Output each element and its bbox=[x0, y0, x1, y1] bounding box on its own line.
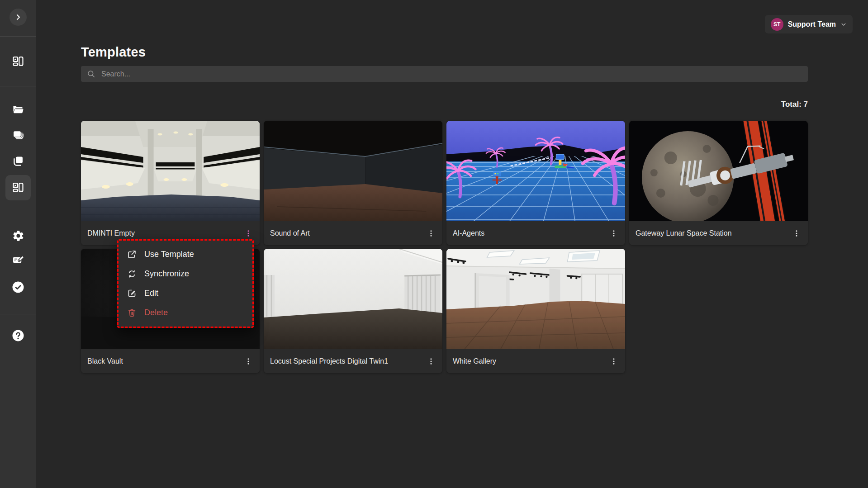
menu-item-synchronize[interactable]: Synchronize bbox=[119, 264, 252, 284]
template-card[interactable]: Gateway Lunar Space Station bbox=[629, 121, 808, 245]
sidebar-expand-button[interactable] bbox=[9, 9, 27, 26]
card-footer: White Gallery bbox=[446, 349, 625, 373]
template-card[interactable]: Locust Special Projects Digital Twin1 bbox=[264, 249, 442, 373]
card-title: AI-Agents bbox=[453, 229, 484, 237]
sidebar-item-settings[interactable] bbox=[5, 223, 31, 248]
search-icon bbox=[87, 70, 95, 78]
kebab-menu-icon[interactable] bbox=[241, 354, 256, 369]
total-count: Total: 7 bbox=[81, 100, 808, 109]
kebab-menu-icon[interactable] bbox=[606, 226, 621, 241]
template-thumbnail bbox=[81, 121, 260, 221]
gallery-phone-icon bbox=[12, 181, 24, 194]
kebab-menu-icon[interactable] bbox=[606, 354, 621, 369]
chevron-down-icon bbox=[840, 21, 847, 28]
copy-icon bbox=[12, 155, 24, 167]
card-title: Black Vault bbox=[87, 357, 123, 365]
template-card[interactable]: White Gallery bbox=[446, 249, 625, 373]
sidebar-divider bbox=[0, 86, 36, 86]
template-thumbnail bbox=[446, 249, 625, 349]
sidebar-item-templates-top[interactable] bbox=[5, 49, 31, 74]
trash-icon bbox=[127, 308, 137, 317]
sidebar-item-help[interactable] bbox=[5, 323, 31, 348]
avatar: ST bbox=[771, 18, 783, 31]
sidebar-item-layers[interactable] bbox=[5, 123, 31, 148]
sidebar-item-approvals[interactable] bbox=[5, 275, 31, 300]
search-bar bbox=[81, 66, 808, 82]
menu-item-label: Delete bbox=[144, 308, 168, 317]
sidebar-item-messages[interactable] bbox=[5, 247, 31, 273]
template-thumbnail bbox=[264, 249, 442, 349]
check-circle-icon bbox=[11, 280, 25, 294]
gallery-phone-icon bbox=[12, 55, 24, 68]
sidebar-item-copy[interactable] bbox=[5, 148, 31, 174]
sidebar bbox=[0, 0, 36, 488]
sync-icon bbox=[127, 269, 137, 279]
page-title: Templates bbox=[81, 45, 146, 60]
card-title: White Gallery bbox=[453, 357, 496, 365]
menu-item-label: Synchronize bbox=[144, 269, 189, 279]
template-card[interactable]: AI-Agents bbox=[446, 121, 625, 245]
sidebar-item-templates-active[interactable] bbox=[5, 175, 31, 200]
card-footer: Sound of Art bbox=[264, 221, 442, 245]
sidebar-divider bbox=[0, 314, 36, 314]
gear-icon bbox=[12, 230, 24, 242]
card-title: DMINTI Empty bbox=[87, 229, 135, 237]
menu-item-use-template[interactable]: Use Template bbox=[119, 245, 252, 264]
menu-item-edit[interactable]: Edit bbox=[119, 284, 252, 303]
card-footer: AI-Agents bbox=[446, 221, 625, 245]
kebab-menu-icon[interactable] bbox=[423, 226, 439, 241]
sidebar-divider bbox=[0, 36, 36, 37]
template-thumbnail bbox=[629, 121, 808, 221]
user-name: Support Team bbox=[788, 20, 836, 28]
card-footer: Gateway Lunar Space Station bbox=[629, 221, 808, 245]
template-thumbnail bbox=[446, 121, 625, 221]
menu-item-label: Use Template bbox=[144, 250, 194, 259]
external-link-icon bbox=[127, 250, 137, 259]
edit-icon bbox=[127, 289, 137, 298]
folder-open-icon bbox=[12, 103, 24, 116]
user-menu-button[interactable]: ST Support Team bbox=[765, 15, 853, 33]
search-input[interactable] bbox=[100, 70, 802, 79]
card-context-menu: Use Template Synchronize Edit Delet bbox=[117, 239, 254, 328]
kebab-menu-icon[interactable] bbox=[241, 226, 256, 241]
card-title: Sound of Art bbox=[270, 229, 310, 237]
menu-item-delete[interactable]: Delete bbox=[119, 303, 252, 322]
template-card[interactable]: Sound of Art bbox=[264, 121, 442, 245]
sidebar-item-folder[interactable] bbox=[5, 97, 31, 122]
question-circle-icon bbox=[11, 329, 25, 342]
menu-item-label: Edit bbox=[144, 289, 158, 298]
card-footer: Locust Special Projects Digital Twin1 bbox=[264, 349, 442, 373]
card-title: Gateway Lunar Space Station bbox=[636, 229, 732, 237]
kebab-menu-icon[interactable] bbox=[789, 226, 804, 241]
card-title: Locust Special Projects Digital Twin1 bbox=[270, 357, 388, 365]
card-footer: Black Vault bbox=[81, 349, 260, 373]
chevron-right-icon bbox=[14, 13, 22, 21]
mail-edit-icon bbox=[12, 254, 24, 266]
template-thumbnail bbox=[264, 121, 442, 221]
layers-stack-icon bbox=[12, 129, 24, 142]
template-card[interactable]: DMINTI Empty bbox=[81, 121, 260, 245]
kebab-menu-icon[interactable] bbox=[423, 354, 439, 369]
